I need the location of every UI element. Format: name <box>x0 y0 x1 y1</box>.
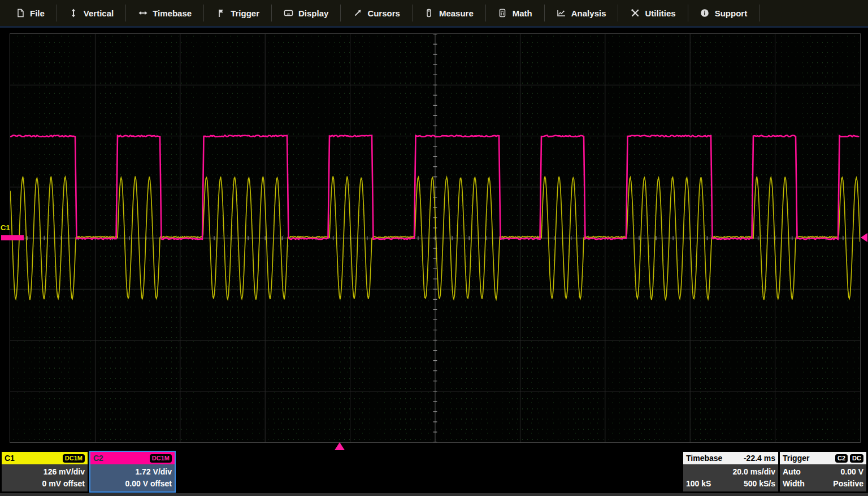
c2-body: 1.72 V/div 0.00 V offset <box>90 464 175 491</box>
timebase-rate: 500 kS/s <box>744 480 775 488</box>
trigger-level-marker-icon[interactable] <box>861 233 867 242</box>
c1-body: 126 mV/div 0 mV offset <box>2 464 88 491</box>
c1-coupling-badge: DC1M <box>63 454 85 463</box>
info-icon <box>700 8 710 18</box>
menu-item-file[interactable]: File <box>3 5 57 21</box>
timebase-body: 20.0 ms/div 100 kS 500 kS/s <box>683 464 778 491</box>
timebase-tdiv: 20.0 ms/div <box>733 468 776 476</box>
horizontal-arrows-icon <box>138 8 147 18</box>
trigger-label: Trigger <box>783 454 809 463</box>
display-icon <box>284 8 293 18</box>
menu-item-label: Display <box>298 8 328 18</box>
trigger-source-badge: C2 <box>835 454 848 463</box>
trigger-body: Auto 0.00 V Width Positive <box>780 464 866 491</box>
trigger-mode: Auto <box>783 468 801 476</box>
menu-item-label: File <box>30 8 45 18</box>
tools-icon <box>630 8 640 18</box>
channel-c1-descriptor[interactable]: C1 DC1M 126 mV/div 0 mV offset <box>2 452 88 491</box>
cursor-arrow-icon <box>353 8 362 18</box>
menu-item-label: Utilities <box>645 8 675 18</box>
c2-offset-marker[interactable] <box>1 235 24 240</box>
menu-item-vertical[interactable]: Vertical <box>57 5 126 21</box>
menu-item-trigger[interactable]: Trigger <box>204 5 272 21</box>
menu-item-label: Support <box>715 8 748 18</box>
trigger-type: Width <box>783 480 805 488</box>
caliper-icon <box>424 8 434 18</box>
timebase-samples: 100 kS <box>686 480 711 488</box>
menu-item-label: Vertical <box>84 8 114 18</box>
waveform-plot <box>10 34 860 442</box>
menu-item-label: Cursors <box>367 8 400 18</box>
window-bottom-strip <box>0 493 868 496</box>
c2-offset: 0.00 V offset <box>125 480 172 488</box>
timebase-delay: -22.4 ms <box>744 454 775 463</box>
menu-item-measure[interactable]: Measure <box>413 5 486 21</box>
c1-header: C1 DC1M <box>2 452 88 464</box>
trigger-descriptor[interactable]: Trigger C2 DC Auto 0.00 V Width Positive <box>780 452 866 491</box>
menu-item-label: Trigger <box>231 8 259 18</box>
c1-offset: 0 mV offset <box>42 480 85 488</box>
menu-item-label: Math <box>513 8 532 18</box>
menu-item-label: Analysis <box>571 8 606 18</box>
timebase-header: Timebase -22.4 ms <box>683 452 778 464</box>
menu-item-analysis[interactable]: Analysis <box>545 5 619 21</box>
menu-item-math[interactable]: Math <box>486 5 545 21</box>
calculator-icon <box>498 8 507 18</box>
menu-item-support[interactable]: Support <box>688 5 760 21</box>
trigger-slope: Positive <box>833 480 863 488</box>
trigger-header: Trigger C2 DC <box>780 452 866 464</box>
channel-c2-descriptor[interactable]: C2 DC1M 1.72 V/div 0.00 V offset <box>89 451 176 493</box>
waveform-grid <box>10 33 861 443</box>
menu-item-label: Measure <box>439 8 474 18</box>
timebase-descriptor[interactable]: Timebase -22.4 ms 20.0 ms/div 100 kS 500… <box>683 452 778 491</box>
file-icon <box>15 8 25 18</box>
c2-header: C2 DC1M <box>90 452 175 464</box>
menu-item-label: Timebase <box>153 8 192 18</box>
c1-vdiv: 126 mV/div <box>44 468 85 476</box>
menu-bar: File Vertical Timebase Trigger Display C… <box>0 0 868 28</box>
timebase-label: Timebase <box>686 454 722 463</box>
vertical-arrows-icon <box>69 8 79 18</box>
menu-item-cursors[interactable]: Cursors <box>341 5 413 21</box>
flag-icon <box>216 8 225 18</box>
c2-vdiv: 1.72 V/div <box>135 468 172 476</box>
chart-icon <box>557 8 566 18</box>
trigger-level: 0.00 V <box>841 468 863 476</box>
menu-item-display[interactable]: Display <box>272 5 341 21</box>
trigger-time-marker-icon[interactable] <box>335 442 345 450</box>
c1-offset-marker[interactable]: C1 <box>1 224 10 231</box>
trigger-coupling-badge: DC <box>850 454 863 463</box>
menu-item-timebase[interactable]: Timebase <box>126 5 204 21</box>
menu-item-utilities[interactable]: Utilities <box>618 5 688 21</box>
c2-name: C2 <box>93 454 103 463</box>
c2-coupling-badge: DC1M <box>150 454 172 463</box>
c1-name: C1 <box>5 454 15 463</box>
